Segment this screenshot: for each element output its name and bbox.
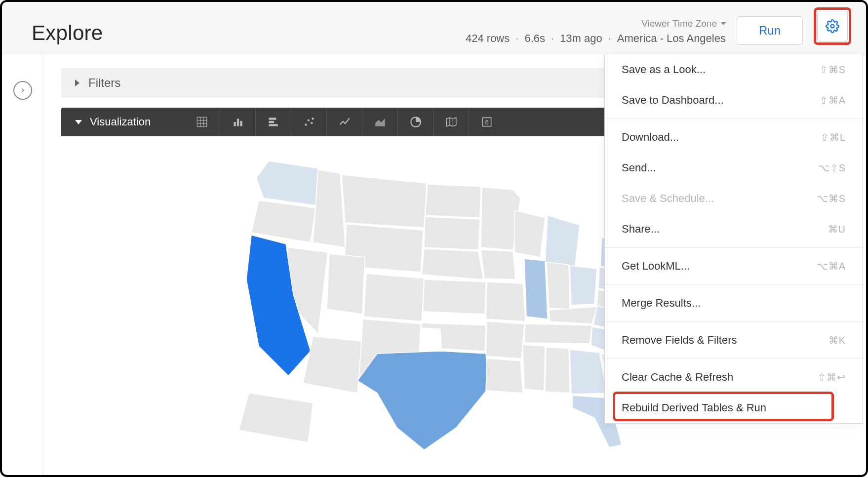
state-mi — [545, 215, 580, 270]
timezone-selector[interactable]: Viewer Time Zone — [641, 18, 726, 29]
single-value-icon-button[interactable]: 6 — [469, 108, 504, 136]
state-or — [251, 200, 316, 242]
state-mo — [486, 282, 525, 321]
menu-item-clear-cache-refresh[interactable]: Clear Cache & Refresh⇧⌘↩ — [605, 362, 863, 393]
menu-item-shortcut: ⌘U — [828, 223, 846, 235]
menu-item-save-as-a-look[interactable]: Save as a Look...⇧⌘S — [605, 54, 863, 85]
dropdown-separator — [605, 358, 863, 359]
state-ms — [523, 345, 545, 391]
menu-item-rebuild-derived-tables-run[interactable]: Rebuild Derived Tables & Run — [605, 393, 863, 423]
bar-chart-icon — [267, 116, 280, 128]
menu-item-shortcut: ⌘K — [829, 334, 846, 346]
state-tn — [524, 324, 592, 344]
menu-item-label: Share... — [622, 223, 660, 236]
state-ia — [481, 250, 515, 279]
visualization-section-toggle[interactable]: Visualization — [61, 116, 164, 128]
menu-item-save-schedule: Save & Schedule...⌥⌘S — [605, 183, 863, 214]
table-icon — [196, 116, 208, 128]
state-ks — [423, 279, 486, 314]
state-wa — [256, 161, 318, 205]
dropdown-separator — [605, 247, 863, 248]
visualization-label: Visualization — [90, 116, 151, 128]
state-in — [547, 262, 570, 309]
menu-item-label: Merge Results... — [622, 297, 701, 310]
scatter-icon — [303, 116, 316, 128]
state-wi — [514, 210, 545, 257]
state-al — [545, 347, 570, 393]
menu-item-shortcut: ⇧⌘L — [821, 131, 846, 143]
run-button[interactable]: Run — [737, 16, 803, 45]
menu-item-share[interactable]: Share...⌘U — [605, 214, 863, 244]
state-id — [313, 170, 345, 247]
table-icon-button[interactable] — [184, 108, 220, 136]
state-ak — [239, 393, 313, 442]
caret-down-icon — [75, 120, 82, 124]
left-gutter — [2, 54, 43, 475]
menu-item-get-lookml[interactable]: Get LookML...⌥⌘A — [605, 251, 863, 281]
scatter-icon-button[interactable] — [291, 108, 326, 136]
svg-rect-11 — [269, 124, 277, 126]
query-stats: 424 rows · 6.6s · 13m ago · America - Lo… — [466, 32, 726, 45]
state-co — [364, 274, 424, 321]
svg-point-0 — [831, 25, 834, 28]
line-chart-icon — [338, 116, 351, 128]
map-icon-button[interactable] — [433, 108, 469, 136]
bar-chart-icon-button[interactable] — [255, 108, 291, 136]
area-chart-icon-button[interactable] — [362, 108, 397, 136]
menu-item-label: Get LookML... — [622, 260, 690, 273]
menu-item-send[interactable]: Send...⌥⇧S — [605, 153, 863, 183]
state-tx — [357, 351, 488, 450]
svg-rect-8 — [240, 121, 242, 126]
area-chart-icon — [374, 116, 387, 128]
state-nd — [425, 184, 481, 218]
svg-point-12 — [305, 123, 307, 125]
timezone-label: Viewer Time Zone — [641, 18, 717, 29]
menu-item-shortcut: ⌥⌘S — [817, 193, 846, 204]
expand-sidebar-button[interactable] — [13, 81, 32, 100]
menu-item-shortcut: ⇧⌘A — [820, 94, 846, 106]
state-ga — [570, 350, 607, 394]
state-ut — [327, 254, 365, 314]
menu-item-label: Rebuild Derived Tables & Run — [622, 401, 766, 414]
state-ky — [549, 307, 597, 324]
menu-item-label: Save & Schedule... — [622, 192, 714, 205]
svg-rect-6 — [234, 122, 236, 126]
settings-gear-button[interactable] — [817, 11, 848, 41]
gear-icon — [826, 19, 839, 33]
state-oh — [570, 266, 597, 305]
line-chart-icon-button[interactable] — [326, 108, 362, 136]
state-ok — [422, 323, 486, 351]
column-chart-icon-button[interactable] — [220, 108, 255, 136]
menu-item-remove-fields-filters[interactable]: Remove Fields & Filters⌘K — [605, 325, 863, 356]
menu-item-label: Clear Cache & Refresh — [622, 371, 733, 384]
svg-rect-9 — [269, 118, 276, 119]
filters-label: Filters — [88, 76, 120, 90]
query-location: America - Los Angeles — [617, 32, 726, 45]
state-az — [303, 336, 361, 393]
gear-highlight-box — [814, 7, 851, 45]
menu-item-label: Download... — [622, 131, 679, 144]
svg-rect-10 — [269, 121, 274, 123]
menu-item-save-to-dashboard[interactable]: Save to Dashboard...⇧⌘A — [605, 85, 863, 116]
page-title: Explore — [32, 21, 103, 45]
state-la — [486, 358, 523, 393]
menu-item-download[interactable]: Download...⇧⌘L — [605, 122, 863, 153]
state-sd — [424, 217, 480, 250]
caret-right-icon — [75, 80, 79, 86]
state-ne — [422, 249, 483, 279]
pie-chart-icon-button[interactable] — [397, 108, 433, 136]
menu-item-shortcut: ⌥⇧S — [818, 162, 846, 174]
chevron-right-icon — [19, 87, 26, 94]
query-duration: 6.6s — [524, 32, 545, 45]
svg-rect-7 — [237, 119, 238, 126]
single-value-icon: 6 — [480, 116, 493, 128]
svg-point-13 — [307, 119, 309, 121]
menu-item-label: Save as a Look... — [622, 63, 706, 76]
menu-item-shortcut: ⌥⌘A — [817, 260, 846, 272]
state-il — [524, 259, 548, 319]
menu-item-label: Save to Dashboard... — [622, 94, 724, 107]
dropdown-separator — [605, 284, 863, 285]
dropdown-separator — [605, 119, 863, 119]
menu-item-merge-results[interactable]: Merge Results... — [605, 288, 863, 318]
chevron-down-icon — [721, 22, 726, 25]
